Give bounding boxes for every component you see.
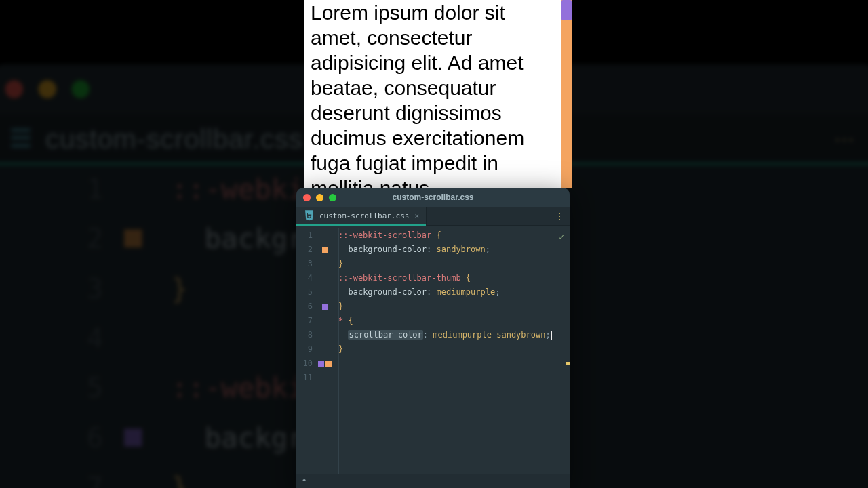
line-number: 9: [296, 342, 317, 357]
css3-icon: [303, 209, 315, 223]
line-number: 3: [296, 257, 317, 271]
code-editor-window: custom-scrollbar.css custom-scrollbar.cs…: [296, 188, 570, 488]
custom-scrollbar-track[interactable]: [561, 0, 572, 188]
indent-guide: [338, 228, 339, 474]
color-swatch-gutter: [317, 226, 333, 474]
code-line[interactable]: ::-webkit-scrollbar {: [338, 228, 570, 243]
code-line[interactable]: * {: [338, 314, 570, 328]
kebab-menu-icon[interactable]: ⋮: [555, 215, 564, 218]
tab-custom-scrollbar[interactable]: custom-scrollbar.css ×: [296, 207, 427, 225]
code-line[interactable]: }: [338, 300, 570, 314]
tab-close-icon[interactable]: ×: [414, 211, 419, 220]
swatch-cell: [317, 328, 333, 342]
line-number: 4: [296, 271, 317, 285]
swatch-cell: [317, 342, 333, 357]
line-number: 7: [296, 314, 317, 328]
swatch-cell: [317, 243, 333, 257]
code-line[interactable]: }: [338, 257, 570, 271]
line-number: 8: [296, 328, 317, 342]
swatch-cell: [317, 357, 333, 371]
preview-text: Lorem ipsum dolor sit amet, consectetur …: [304, 0, 561, 188]
editor-body[interactable]: ✓ 1234567891011 ::-webkit-scrollbar { ba…: [296, 226, 570, 474]
line-number: 6: [296, 300, 317, 314]
line-number: 10: [296, 357, 317, 371]
editor-tabbar: custom-scrollbar.css × ⋮: [296, 207, 570, 226]
modified-indicator: *: [302, 476, 307, 486]
swatch-cell: [317, 300, 333, 314]
swatch-cell: [317, 314, 333, 328]
swatch-cell: [317, 285, 333, 300]
change-marker-icon: [566, 362, 570, 365]
swatch-cell: [317, 271, 333, 285]
custom-scrollbar-thumb[interactable]: [561, 0, 572, 20]
tab-filename: custom-scrollbar.css: [319, 211, 409, 220]
swatch-cell: [317, 228, 333, 243]
window-title: custom-scrollbar.css: [296, 192, 570, 202]
browser-preview-panel: Lorem ipsum dolor sit amet, consectetur …: [304, 0, 572, 188]
line-number: 11: [296, 371, 317, 385]
code-line[interactable]: scrollbar-color: mediumpurple sandybrown…: [338, 328, 570, 342]
color-swatch-sandybrown-icon: [326, 361, 332, 367]
code-line[interactable]: ::-webkit-scrollbar-thumb {: [338, 271, 570, 285]
color-swatch-mediumpurple-icon: [318, 361, 324, 367]
code-line[interactable]: }: [338, 342, 570, 357]
line-number-gutter: 1234567891011: [296, 226, 317, 474]
swatch-cell: [317, 257, 333, 271]
editor-statusbar: *: [296, 474, 570, 488]
color-swatch-sandybrown-icon: [322, 247, 328, 253]
text-caret: [551, 331, 552, 340]
line-number: 1: [296, 228, 317, 243]
code-line[interactable]: background-color: mediumpurple;: [338, 285, 570, 300]
line-number: 2: [296, 243, 317, 257]
line-number: 5: [296, 285, 317, 300]
code-line[interactable]: background-color: sandybrown;: [338, 243, 570, 257]
code-area[interactable]: ::-webkit-scrollbar { background-color: …: [333, 226, 570, 474]
color-swatch-mediumpurple-icon: [322, 304, 328, 310]
swatch-cell: [317, 371, 333, 385]
editor-titlebar[interactable]: custom-scrollbar.css: [296, 188, 570, 207]
